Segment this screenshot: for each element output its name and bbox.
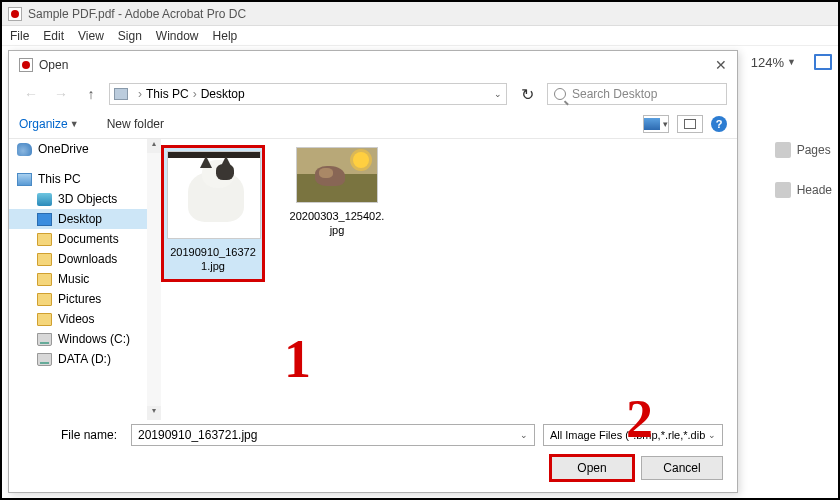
filetype-value: All Image Files (*.bmp,*.rle,*.dib: [550, 429, 705, 441]
tree-videos[interactable]: Videos: [9, 309, 149, 329]
up-button[interactable]: ↑: [79, 86, 103, 102]
panel-pages[interactable]: Pages: [775, 142, 832, 158]
nav-row: ← → ↑ › This PC › Desktop ⌄ ↻ Search Des…: [9, 79, 737, 109]
right-panel: Pages Heade: [775, 142, 832, 198]
crumb-leaf[interactable]: Desktop: [201, 87, 245, 101]
app-titlebar: Sample PDF.pdf - Adobe Acrobat Pro DC: [2, 2, 838, 26]
menu-help[interactable]: Help: [213, 29, 238, 43]
folder-icon: [37, 313, 52, 326]
file-name: 20200303_125402.jpg: [287, 209, 387, 238]
file-pane[interactable]: 20190910_163721.jpg 20200303_125402.jpg: [149, 139, 737, 420]
pc-icon: [114, 88, 128, 100]
chevron-right-icon: ›: [193, 87, 197, 101]
help-icon[interactable]: ?: [711, 116, 727, 132]
search-input[interactable]: Search Desktop: [547, 83, 727, 105]
chevron-down-icon: ▼: [787, 57, 796, 67]
header-icon: [775, 182, 791, 198]
forward-button[interactable]: →: [49, 86, 73, 102]
open-button[interactable]: Open: [551, 456, 633, 480]
cancel-button[interactable]: Cancel: [641, 456, 723, 480]
chevron-down-icon[interactable]: ⌄: [520, 430, 528, 440]
view-mode-thumb[interactable]: ▾: [643, 115, 669, 133]
tree-windows-c[interactable]: Windows (C:): [9, 329, 149, 349]
drive-icon: [37, 353, 52, 366]
menubar[interactable]: File Edit View Sign Window Help: [2, 26, 838, 46]
menu-file[interactable]: File: [10, 29, 29, 43]
pdf-icon: [19, 58, 33, 72]
dialog-footer: File name: 20190910_163721.jpg ⌄ All Ima…: [9, 420, 737, 492]
app-title: Sample PDF.pdf - Adobe Acrobat Pro DC: [28, 7, 246, 21]
preview-pane-button[interactable]: [677, 115, 703, 133]
tree-onedrive[interactable]: OneDrive: [9, 139, 149, 159]
tree-desktop[interactable]: Desktop: [9, 209, 149, 229]
chevron-down-icon[interactable]: ⌄: [494, 89, 502, 99]
panel-header[interactable]: Heade: [775, 182, 832, 198]
picture-icon: [644, 118, 660, 130]
file-name: 20190910_163721.jpg: [167, 245, 259, 274]
menu-window[interactable]: Window: [156, 29, 199, 43]
fit-page-icon[interactable]: [814, 54, 832, 70]
back-button[interactable]: ←: [19, 86, 43, 102]
desktop-icon: [37, 213, 52, 226]
filename-input[interactable]: 20190910_163721.jpg ⌄: [131, 424, 535, 446]
breadcrumb[interactable]: › This PC › Desktop ⌄: [109, 83, 507, 105]
cube-icon: [37, 193, 52, 206]
close-icon[interactable]: ✕: [715, 57, 727, 73]
refresh-button[interactable]: ↻: [513, 85, 541, 104]
organize-button[interactable]: Organize ▼: [19, 117, 79, 131]
folder-icon: [37, 233, 52, 246]
chevron-right-icon: ›: [138, 87, 142, 101]
pages-icon: [775, 142, 791, 158]
chevron-down-icon: ⌄: [708, 430, 716, 440]
open-dialog: Open ✕ ← → ↑ › This PC › Desktop ⌄ ↻ Sea…: [8, 50, 738, 493]
tree-music[interactable]: Music: [9, 269, 149, 289]
zoom-value: 124%: [751, 55, 784, 70]
filename-value: 20190910_163721.jpg: [138, 428, 257, 442]
new-folder-button[interactable]: New folder: [107, 117, 164, 131]
thumbnail-icon: [167, 151, 261, 239]
folder-icon: [37, 293, 52, 306]
filetype-dropdown[interactable]: All Image Files (*.bmp,*.rle,*.dib ⌄: [543, 424, 723, 446]
filename-label: File name:: [23, 428, 123, 442]
tree-pictures[interactable]: Pictures: [9, 289, 149, 309]
search-placeholder: Search Desktop: [572, 87, 657, 101]
command-row: Organize ▼ New folder ▾ ?: [9, 109, 737, 139]
tree-data-d[interactable]: DATA (D:): [9, 349, 149, 369]
folder-icon: [37, 253, 52, 266]
dialog-title: Open: [39, 58, 68, 72]
tree-this-pc[interactable]: This PC: [9, 169, 149, 189]
drive-icon: [37, 333, 52, 346]
menu-sign[interactable]: Sign: [118, 29, 142, 43]
dialog-titlebar: Open ✕: [9, 51, 737, 79]
folder-icon: [37, 273, 52, 286]
menu-edit[interactable]: Edit: [43, 29, 64, 43]
nav-tree: OneDrive This PC 3D Objects Desktop Docu…: [9, 139, 149, 420]
crumb-root[interactable]: This PC: [146, 87, 189, 101]
pc-icon: [17, 173, 32, 186]
file-item[interactable]: 20200303_125402.jpg: [287, 147, 387, 238]
chevron-down-icon: ▾: [663, 119, 668, 129]
search-icon: [554, 88, 566, 100]
pdf-icon: [8, 7, 22, 21]
onedrive-icon: [17, 143, 32, 156]
tree-downloads[interactable]: Downloads: [9, 249, 149, 269]
file-item-selected[interactable]: 20190910_163721.jpg: [163, 147, 263, 280]
thumbnail-icon: [296, 147, 378, 203]
tree-3d-objects[interactable]: 3D Objects: [9, 189, 149, 209]
toolbar-right: 124% ▼: [751, 54, 832, 70]
chevron-down-icon: ▼: [70, 119, 79, 129]
pane-icon: [684, 119, 696, 129]
menu-view[interactable]: View: [78, 29, 104, 43]
tree-documents[interactable]: Documents: [9, 229, 149, 249]
zoom-control[interactable]: 124% ▼: [751, 55, 796, 70]
